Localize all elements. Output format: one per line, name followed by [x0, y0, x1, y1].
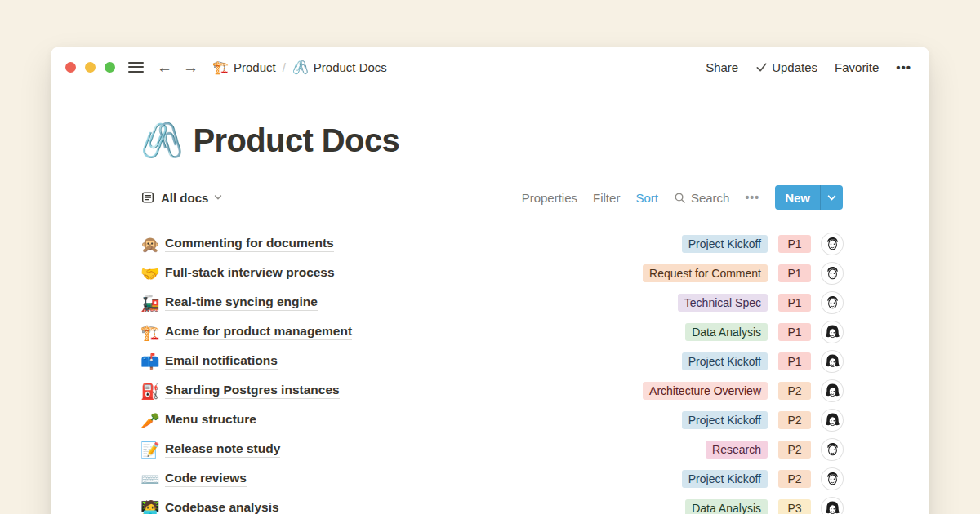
- page-icon-paperclip[interactable]: 🖇️: [140, 123, 183, 157]
- share-button[interactable]: Share: [706, 60, 738, 74]
- priority-badge[interactable]: P2: [778, 382, 811, 400]
- priority-badge[interactable]: P1: [778, 323, 811, 341]
- table-row[interactable]: ⌨️ Code reviews Project Kickoff P2: [140, 464, 843, 494]
- table-row[interactable]: 🚂 Real-time syncing engine Technical Spe…: [140, 288, 843, 317]
- avatar: [822, 380, 843, 401]
- toolbar-more-icon[interactable]: •••: [745, 191, 760, 204]
- priority-badge[interactable]: P2: [778, 470, 811, 488]
- doc-tag[interactable]: Project Kickoff: [682, 411, 768, 429]
- doc-title[interactable]: Commenting for documents: [165, 236, 334, 252]
- doc-title[interactable]: Real-time syncing engine: [165, 295, 318, 311]
- database-toolbar: All docs Properties Filter Sort Search •…: [140, 185, 843, 219]
- priority-badge[interactable]: P3: [778, 499, 811, 514]
- table-row[interactable]: 📝 Release note study Research P2: [140, 435, 843, 464]
- priority-badge[interactable]: P1: [778, 352, 811, 370]
- table-row[interactable]: ⛽ Sharding Postgres instances Architectu…: [140, 376, 843, 405]
- table-row[interactable]: 🤝 Full-stack interview process Request f…: [140, 259, 843, 288]
- new-dropdown-chevron-icon[interactable]: [821, 193, 843, 202]
- filter-button[interactable]: Filter: [593, 191, 620, 205]
- sidebar-menu-icon[interactable]: [128, 62, 144, 73]
- breadcrumb-label: Product: [234, 60, 276, 74]
- avatar: [822, 351, 843, 372]
- app-window: ← → 🏗️ Product / 🖇️ Product Docs Share U…: [51, 47, 929, 514]
- traffic-lights: [65, 62, 115, 73]
- doc-emoji-icon: 🏗️: [140, 325, 165, 340]
- priority-badge[interactable]: P1: [778, 235, 811, 253]
- avatar: [822, 263, 843, 284]
- view-switcher[interactable]: All docs: [140, 190, 222, 205]
- crane-icon: 🏗️: [212, 60, 229, 75]
- doc-title[interactable]: Code reviews: [165, 471, 247, 487]
- priority-badge[interactable]: P1: [778, 264, 811, 282]
- doc-title[interactable]: Menu structure: [165, 412, 256, 428]
- breadcrumb-item-product[interactable]: 🏗️ Product: [212, 60, 276, 75]
- page-header: 🖇️ Product Docs: [140, 117, 843, 164]
- breadcrumb-label: Product Docs: [314, 60, 387, 74]
- minimize-window-button[interactable]: [85, 62, 96, 73]
- doc-emoji-icon: 🙊: [140, 237, 165, 252]
- back-arrow-icon[interactable]: ←: [157, 60, 172, 75]
- table-row[interactable]: 🙊 Commenting for documents Project Kicko…: [140, 229, 843, 259]
- doc-emoji-icon: ⛽: [140, 383, 165, 399]
- page-content: 🖇️ Product Docs All docs Properties Filt…: [51, 117, 843, 514]
- doc-emoji-icon: 📝: [140, 442, 165, 458]
- priority-badge[interactable]: P1: [778, 294, 811, 312]
- view-name: All docs: [161, 191, 208, 205]
- doc-tag[interactable]: Project Kickoff: [682, 352, 768, 370]
- doc-title[interactable]: Sharding Postgres instances: [165, 383, 340, 399]
- avatar: [822, 292, 843, 313]
- breadcrumb-item-product-docs[interactable]: 🖇️ Product Docs: [292, 60, 387, 75]
- breadcrumb: 🏗️ Product / 🖇️ Product Docs: [212, 60, 387, 75]
- doc-title[interactable]: Release note study: [165, 441, 280, 458]
- updates-button[interactable]: Updates: [755, 60, 817, 74]
- avatar: [822, 468, 843, 490]
- check-icon: [755, 61, 768, 73]
- doc-title[interactable]: Full-stack interview process: [165, 265, 335, 281]
- forward-arrow-icon[interactable]: →: [183, 60, 198, 75]
- new-button[interactable]: New: [775, 185, 843, 210]
- titlebar: ← → 🏗️ Product / 🖇️ Product Docs Share U…: [51, 47, 929, 87]
- properties-button[interactable]: Properties: [522, 191, 577, 205]
- breadcrumb-separator: /: [283, 60, 286, 74]
- list-view-icon: [140, 190, 155, 205]
- avatar: [822, 321, 843, 343]
- chevron-down-icon: [214, 193, 222, 202]
- doc-tag[interactable]: Request for Comment: [643, 264, 768, 282]
- avatar: [822, 498, 843, 514]
- sort-button[interactable]: Sort: [635, 191, 658, 205]
- doc-title[interactable]: Acme for product management: [165, 324, 352, 340]
- close-window-button[interactable]: [65, 62, 76, 73]
- titlebar-actions: Share Updates Favorite •••: [706, 60, 911, 74]
- doc-emoji-icon: 📫: [140, 354, 165, 370]
- search-button[interactable]: Search: [674, 191, 730, 205]
- table-row[interactable]: 🧑‍💻 Codebase analysis Data Analysis P3: [140, 494, 843, 514]
- doc-emoji-icon: 🥕: [140, 413, 165, 428]
- priority-badge[interactable]: P2: [778, 411, 811, 429]
- avatar: [822, 410, 843, 431]
- doc-title[interactable]: Email notifications: [165, 353, 278, 370]
- paperclip-icon: 🖇️: [292, 60, 309, 75]
- more-options-icon[interactable]: •••: [896, 60, 911, 74]
- zoom-window-button[interactable]: [105, 62, 115, 73]
- doc-emoji-icon: 🤝: [140, 266, 165, 281]
- doc-emoji-icon: ⌨️: [140, 472, 165, 487]
- doc-tag[interactable]: Research: [706, 441, 768, 459]
- favorite-button[interactable]: Favorite: [835, 60, 879, 74]
- doc-tag[interactable]: Project Kickoff: [682, 470, 768, 488]
- avatar: [822, 439, 843, 460]
- table-row[interactable]: 📫 Email notifications Project Kickoff P1: [140, 347, 843, 376]
- toolbar-controls: Properties Filter Sort Search ••• New: [522, 185, 843, 210]
- table-row[interactable]: 🥕 Menu structure Project Kickoff P2: [140, 405, 843, 435]
- page-title: Product Docs: [193, 122, 399, 159]
- priority-badge[interactable]: P2: [778, 441, 811, 459]
- doc-tag[interactable]: Data Analysis: [685, 323, 768, 341]
- doc-tag[interactable]: Data Analysis: [685, 499, 768, 514]
- table-row[interactable]: 🏗️ Acme for product management Data Anal…: [140, 317, 843, 347]
- doc-emoji-icon: 🚂: [140, 295, 165, 311]
- doc-tag[interactable]: Architecture Overview: [643, 382, 768, 400]
- doc-title[interactable]: Codebase analysis: [165, 500, 279, 514]
- doc-tag[interactable]: Project Kickoff: [682, 235, 768, 253]
- search-icon: [674, 192, 686, 204]
- doc-tag[interactable]: Technical Spec: [678, 294, 768, 312]
- new-button-label[interactable]: New: [775, 191, 820, 205]
